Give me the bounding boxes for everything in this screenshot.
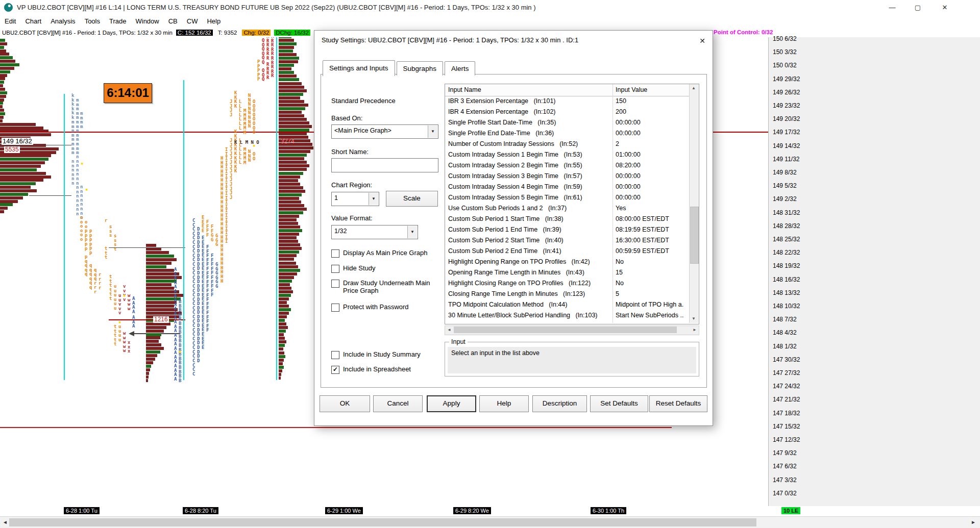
button-set-defaults[interactable]: Set Defaults (590, 395, 648, 412)
checkbox-box[interactable] (331, 280, 339, 288)
menu-item-edit[interactable]: Edit (0, 15, 20, 28)
table-row[interactable]: Highlight Opening Range on TPO Profiles … (445, 257, 689, 267)
scroll-left-icon[interactable]: ◄ (445, 326, 453, 334)
maximize-button[interactable]: ▢ (910, 2, 925, 13)
table-row[interactable]: Use Custom Sub Periods 1 and 2 (In:37)Ye… (445, 203, 689, 214)
menu-item-cb[interactable]: CB (164, 15, 182, 28)
chart-h-scrollbar[interactable]: ◄ ► (0, 516, 980, 528)
clock-display: 6:14:01 (104, 83, 152, 103)
table-row[interactable]: Highlight Closing Range on TPO Profiles … (445, 278, 689, 289)
based-on-label: Based On: (331, 114, 362, 122)
button-cancel[interactable]: Cancel (373, 395, 423, 412)
volume-bar (279, 146, 313, 149)
checkbox-protect-with-password[interactable]: Protect with Password (331, 303, 409, 312)
tab-alerts[interactable]: Alerts (445, 61, 476, 76)
menu-item-tools[interactable]: Tools (80, 15, 105, 28)
volume-bar (279, 229, 302, 232)
volume-bar (279, 319, 285, 322)
menu-item-help[interactable]: Help (202, 15, 225, 28)
button-description[interactable]: Description (532, 395, 587, 412)
scroll-right-icon[interactable]: ► (971, 519, 976, 525)
chevron-down-icon[interactable]: ▼ (428, 125, 437, 138)
button-help[interactable]: Help (479, 395, 529, 412)
checkbox-label: Include in Study Summary (343, 350, 421, 359)
scroll-down-icon[interactable]: ▼ (690, 315, 698, 323)
button-reset-defaults[interactable]: Reset Defaults (649, 395, 707, 412)
price-scale-label: 149 23/32 (773, 102, 800, 109)
checkbox-box[interactable] (331, 304, 339, 312)
table-v-scrollbar[interactable]: ▲ ▼ (689, 84, 698, 323)
menu-item-window[interactable]: Window (131, 15, 163, 28)
checkbox-box[interactable] (331, 265, 339, 273)
minimize-button[interactable]: — (885, 2, 900, 13)
volume-bar (279, 125, 312, 128)
table-row[interactable]: Custom Intraday Session 4 Begin Time (In… (445, 182, 689, 192)
table-row[interactable]: IBR 4 Extension Percentage (In:102)200 (445, 107, 689, 117)
table-row[interactable]: Custom Sub Period 2 End Time (In:41)00:5… (445, 246, 689, 257)
table-row[interactable]: Custom Sub Period 1 Start Time (In:38)08… (445, 214, 689, 224)
menu-item-cw[interactable]: CW (182, 15, 203, 28)
volume-bar (0, 63, 19, 66)
scale-button[interactable]: Scale (386, 191, 438, 207)
dialog-close-icon[interactable]: ✕ (696, 35, 708, 47)
volume-bar (279, 369, 282, 372)
column-header-input-name: Input Name (448, 84, 481, 96)
tpo-letters: s s s t (114, 234, 116, 251)
scrollbar-thumb[interactable] (9, 518, 756, 526)
checkbox-display-as-main-price-graph[interactable]: Display As Main Price Graph (331, 249, 427, 258)
table-row[interactable]: Single Profile End Date-Time (In:36)00:0… (445, 128, 689, 139)
checkbox-include-in-study-summary[interactable]: Include in Study Summary (331, 350, 421, 359)
volume-bar (0, 84, 3, 87)
price-scale[interactable]: 150 6/32150 3/32150 0/32149 29/32149 26/… (768, 37, 980, 506)
tab-subgraphs[interactable]: Subgraphs (397, 61, 443, 76)
close-button[interactable]: ✕ (937, 2, 952, 13)
table-row[interactable]: Draw Peaks & Valleys (In:104)No (445, 321, 689, 323)
button-apply[interactable]: Apply (427, 395, 476, 412)
menu-item-analysis[interactable]: Analysis (46, 15, 80, 28)
scrollbar-thumb[interactable] (690, 207, 699, 264)
table-row[interactable]: Custom Intraday Session 2 Begin Time (In… (445, 160, 689, 171)
chart-region-select[interactable]: 1 ▼ (331, 192, 379, 206)
scroll-up-icon[interactable]: ▲ (690, 84, 698, 92)
volume-bar (279, 297, 289, 300)
table-row[interactable]: Custom Sub Period 1 End Time (In:39)08:1… (445, 224, 689, 235)
checkbox-box[interactable] (331, 351, 339, 359)
checkbox-include-in-spreadsheet[interactable]: ✓Include in Spreadsheet (331, 365, 411, 374)
menu-item-chart[interactable]: Chart (20, 15, 46, 28)
input-value-cell: Midpoint of TPO High a. (616, 299, 688, 310)
table-row[interactable]: Custom Sub Period 2 Start Time (In:40)16… (445, 235, 689, 246)
checkbox-box[interactable]: ✓ (331, 366, 339, 374)
short-name-input[interactable] (331, 158, 438, 172)
table-row[interactable]: Closing Range Time Length in Minutes (In… (445, 289, 689, 299)
volume-bar (279, 272, 297, 275)
tab-settings-and-inputs[interactable]: Settings and Inputs (323, 60, 395, 76)
table-row[interactable]: Opening Range Time Length in Minutes (In… (445, 267, 689, 278)
table-row[interactable]: Single Profile Start Date-Time (In:35)00… (445, 117, 689, 128)
button-ok[interactable]: OK (320, 395, 370, 412)
checkbox-hide-study[interactable]: Hide Study (331, 264, 376, 273)
table-row[interactable]: IBR 3 Extension Percentage (In:101)150 (445, 96, 689, 107)
checkbox-box[interactable] (331, 249, 339, 258)
volume-bar (146, 333, 161, 336)
chevron-down-icon[interactable]: ▼ (369, 193, 378, 205)
table-h-scrollbar[interactable]: ◄ ► (445, 325, 699, 335)
scroll-right-icon[interactable]: ► (691, 326, 699, 334)
based-on-select[interactable]: <Main Price Graph> ▼ (331, 124, 438, 139)
menu-item-trade[interactable]: Trade (105, 15, 131, 28)
table-row[interactable]: 30 Minute Letter/Block SubPeriod Handlin… (445, 310, 689, 321)
table-row[interactable]: Custom Intraday Session 1 Begin Time (In… (445, 149, 689, 160)
input-value-cell: 00:00:00 (616, 192, 688, 203)
table-row[interactable]: Custom Intraday Session 3 Begin Time (In… (445, 171, 689, 182)
table-row[interactable]: Custom Intraday Session 5 Begin Time (In… (445, 192, 689, 203)
inputs-table[interactable]: Input Name Input Value IBR 3 Extension P… (445, 84, 699, 324)
tpo-letters: F F F F F F F F F F F F F F F F F F F F (206, 245, 209, 333)
checkbox-draw-study-underneath-main-price-graph[interactable]: Draw Study Underneath Main Price Graph (331, 279, 434, 294)
chevron-down-icon[interactable]: ▼ (407, 226, 417, 238)
value-format-select[interactable]: 1/32 ▼ (331, 225, 418, 239)
scroll-left-icon[interactable]: ◄ (3, 519, 8, 525)
table-row[interactable]: Number of Custom Intraday Sessions (In:5… (445, 139, 689, 149)
volume-bar (0, 39, 5, 42)
volume-bar (0, 81, 4, 84)
scrollbar-thumb[interactable] (454, 326, 677, 333)
table-row[interactable]: TPO Midpoint Calculation Method (In:44)M… (445, 299, 689, 310)
